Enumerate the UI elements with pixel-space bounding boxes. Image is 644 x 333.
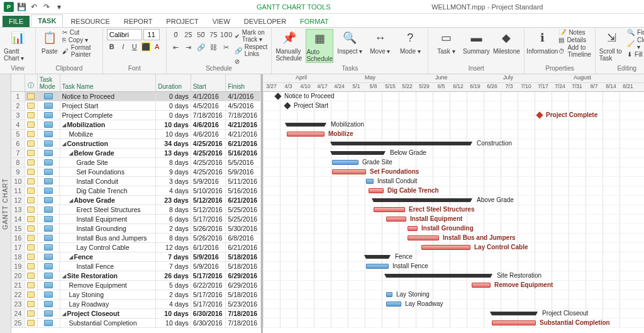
start-cell[interactable]: 5/12/2016 <box>191 205 226 214</box>
table-row[interactable]: 21Remove Equipment5 days6/22/20166/29/20… <box>11 281 261 290</box>
mode-cell[interactable] <box>38 224 60 233</box>
summary-bar[interactable] <box>374 198 470 202</box>
finish-cell[interactable]: 5/25/2016 <box>226 205 261 214</box>
row-number[interactable]: 8 <box>11 158 25 167</box>
summary-bar[interactable] <box>386 274 491 278</box>
duration-cell[interactable]: 10 days <box>156 319 191 327</box>
move-button[interactable]: ↔Move ▾ <box>366 29 394 55</box>
col-finish[interactable]: Finish <box>226 74 261 91</box>
duration-cell[interactable]: 10 days <box>156 130 191 138</box>
task-bar[interactable] <box>374 207 405 212</box>
table-row[interactable]: 24◢Project Closeout10 days6/30/20167/18/… <box>11 309 261 319</box>
duration-cell[interactable]: 8 days <box>156 158 191 167</box>
insert-task-button[interactable]: ▭Task ▾ <box>432 29 460 55</box>
table-row[interactable]: 8Grade Site8 days4/25/20165/5/2016 <box>11 158 261 167</box>
task-name-cell[interactable]: Install Bus and Jumpers <box>60 234 156 242</box>
duration-cell[interactable]: 0 days <box>156 92 191 101</box>
task-name-cell[interactable]: ◢Project Closeout <box>60 309 157 318</box>
fill-button[interactable]: ⬇Fill ▾ <box>627 51 644 58</box>
task-bar[interactable] <box>366 264 389 269</box>
fill-color-button[interactable]: ⬛ <box>141 42 151 52</box>
task-bar[interactable] <box>369 188 384 193</box>
table-row[interactable]: 22Lay Stoning2 days5/17/20165/18/2016 <box>11 290 261 300</box>
col-task-name[interactable]: Task Name <box>60 74 157 91</box>
start-cell[interactable]: 5/9/2016 <box>191 262 226 271</box>
mode-cell[interactable] <box>38 177 60 186</box>
duration-cell[interactable]: 8 days <box>156 205 191 214</box>
table-row[interactable]: 23Lay Roadway4 days5/17/20165/23/2016 <box>11 300 261 309</box>
table-row[interactable]: 19Install Fence7 days5/9/20165/18/2016 <box>11 262 261 271</box>
start-cell[interactable]: 5/26/2016 <box>191 234 226 242</box>
mode-cell[interactable] <box>38 300 60 308</box>
duration-cell[interactable]: 34 days <box>156 139 191 148</box>
table-row[interactable]: 1Notice to Proceed0 days4/1/20164/1/2016 <box>11 92 261 101</box>
duration-cell[interactable]: 7 days <box>156 262 191 271</box>
task-bar[interactable] <box>408 235 439 240</box>
col-task-mode[interactable]: Task Mode <box>38 74 60 91</box>
duration-cell[interactable]: 12 days <box>156 243 191 252</box>
mode-cell[interactable] <box>38 262 60 271</box>
row-number[interactable]: 18 <box>11 252 25 261</box>
mode-cell[interactable] <box>38 234 60 242</box>
italic-button[interactable]: I <box>118 42 128 52</box>
table-row[interactable]: 3Project Complete0 days7/18/20167/18/201… <box>11 111 261 120</box>
copy-button[interactable]: ⎘Copy ▾ <box>62 37 99 43</box>
tab-developer[interactable]: DEVELOPER <box>238 16 292 27</box>
mode-cell[interactable] <box>38 158 60 167</box>
row-number[interactable]: 3 <box>11 111 25 120</box>
mode-cell[interactable] <box>38 252 60 261</box>
table-row[interactable]: 16Install Bus and Jumpers8 days5/26/2016… <box>11 234 261 243</box>
row-number[interactable]: 15 <box>11 224 25 233</box>
finish-cell[interactable]: 6/21/2016 <box>226 139 261 148</box>
milestone-marker[interactable] <box>274 93 281 99</box>
unlink-button[interactable]: ⛓ <box>208 42 219 53</box>
task-bar[interactable] <box>386 302 401 307</box>
tab-task[interactable]: TASK <box>31 14 63 27</box>
task-name-cell[interactable]: ◢Mobilization <box>60 120 157 129</box>
row-number[interactable]: 17 <box>11 243 25 252</box>
pct0-button[interactable]: 0̄ <box>170 29 182 40</box>
table-row[interactable]: 9Set Foundations9 days4/25/20165/9/2016 <box>11 167 261 177</box>
mode-cell[interactable] <box>38 271 60 280</box>
task-bar[interactable] <box>366 179 374 184</box>
mode-cell[interactable] <box>38 111 60 120</box>
mode-cell[interactable] <box>38 120 60 129</box>
view-bar[interactable]: GANTT CHART <box>0 74 11 333</box>
find-button[interactable]: 🔍Find ▾ <box>627 29 644 36</box>
tab-view[interactable]: VIEW <box>206 16 236 27</box>
task-name-cell[interactable]: Grade Site <box>60 158 156 167</box>
split-button[interactable]: ✂ <box>221 42 232 53</box>
finish-cell[interactable]: 7/18/2016 <box>226 319 261 327</box>
finish-cell[interactable]: 4/21/2016 <box>226 120 261 129</box>
row-number[interactable]: 7 <box>11 149 25 157</box>
redo-icon[interactable]: ↷ <box>42 2 52 12</box>
duration-cell[interactable]: 2 days <box>156 224 191 233</box>
duration-cell[interactable]: 13 days <box>156 149 191 157</box>
table-row[interactable]: 10Install Conduit3 days5/9/20165/11/2016 <box>11 177 261 186</box>
duration-cell[interactable]: 4 days <box>156 186 191 195</box>
mode-button[interactable]: ?Mode ▾ <box>396 29 424 55</box>
row-number[interactable]: 22 <box>11 290 25 299</box>
row-number[interactable]: 5 <box>11 130 25 138</box>
milestone-marker[interactable] <box>536 111 543 118</box>
pct25-button[interactable]: 25̄ <box>183 29 194 40</box>
duration-cell[interactable]: 7 days <box>156 252 191 261</box>
finish-cell[interactable]: 6/8/2016 <box>226 234 261 242</box>
start-cell[interactable]: 4/25/2016 <box>191 149 226 157</box>
task-name-cell[interactable]: Install Conduit <box>60 177 156 186</box>
summary-bar[interactable] <box>492 312 536 315</box>
start-cell[interactable]: 4/6/2016 <box>191 130 226 138</box>
task-name-cell[interactable]: Erect Steel Structures <box>60 205 156 214</box>
row-number[interactable]: 4 <box>11 120 25 129</box>
table-row[interactable]: 12◢Above Grade23 days5/12/20166/21/2016 <box>11 196 261 205</box>
table-row[interactable]: 4◢Mobilization10 days4/6/20164/21/2016 <box>11 120 261 130</box>
task-name-cell[interactable]: Install Fence <box>60 262 156 271</box>
row-number[interactable]: 16 <box>11 234 25 242</box>
duration-cell[interactable]: 23 days <box>156 196 191 205</box>
details-button[interactable]: ▤Details <box>558 37 591 43</box>
mode-cell[interactable] <box>38 319 60 327</box>
manual-schedule-button[interactable]: 📌 Manually Schedule <box>275 29 303 62</box>
finish-cell[interactable]: 4/1/2016 <box>226 92 261 101</box>
tab-resource[interactable]: RESOURCE <box>64 16 116 27</box>
tab-report[interactable]: REPORT <box>118 16 159 27</box>
